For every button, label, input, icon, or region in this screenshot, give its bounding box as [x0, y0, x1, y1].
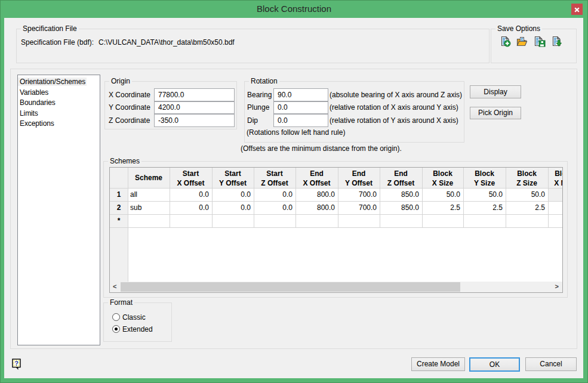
svg-text:?: ? — [14, 360, 19, 367]
